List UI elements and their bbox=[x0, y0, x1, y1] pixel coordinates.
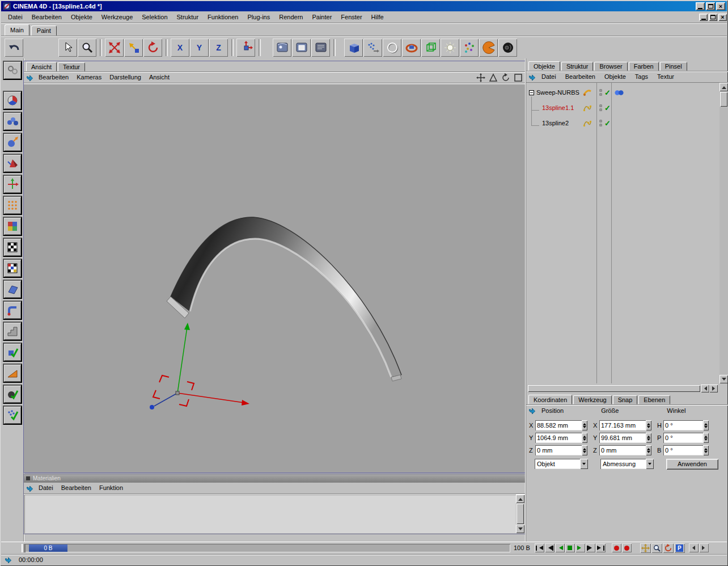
viewport-rotate-button[interactable] bbox=[501, 73, 510, 82]
object-tree[interactable]: Sweep-NURBS ✓ 13spline1.1 ✓ 13spline2 bbox=[526, 83, 728, 383]
scroll-up-button[interactable] bbox=[719, 83, 728, 91]
menu-plugins[interactable]: Plug-ins bbox=[243, 11, 274, 23]
tab-paint[interactable]: Paint bbox=[31, 26, 57, 36]
spinner[interactable] bbox=[703, 433, 709, 443]
dropdown-button[interactable] bbox=[646, 459, 654, 469]
steps-tool[interactable] bbox=[3, 322, 22, 341]
lock-x-axis-button[interactable]: X bbox=[171, 39, 189, 57]
panel-arrow-icon[interactable] bbox=[5, 556, 12, 563]
object-mode-select[interactable]: Objekt bbox=[535, 459, 588, 469]
tab-textur[interactable]: Textur bbox=[58, 62, 85, 71]
enable-check[interactable]: ✓ bbox=[604, 120, 611, 127]
checkerboard-color-tool[interactable] bbox=[3, 259, 22, 278]
spinner[interactable] bbox=[582, 445, 587, 455]
om-menu-objekte[interactable]: Objekte bbox=[600, 71, 630, 82]
panel-arrow-icon[interactable] bbox=[528, 407, 536, 414]
enable-check[interactable]: ✓ bbox=[604, 104, 611, 112]
color-grid-tool[interactable] bbox=[3, 217, 22, 236]
add-nurbs-button[interactable] bbox=[402, 39, 421, 57]
viewport-canvas[interactable] bbox=[24, 85, 525, 472]
menu-objekte[interactable]: Objekte bbox=[66, 11, 97, 23]
menu-werkzeuge[interactable]: Werkzeuge bbox=[97, 11, 137, 23]
om-menu-bearbeiten[interactable]: Bearbeiten bbox=[561, 71, 600, 82]
timeline-current-frame[interactable]: 0 B bbox=[29, 544, 67, 552]
scale-tool-button[interactable] bbox=[124, 39, 143, 57]
title-bar[interactable]: CINEMA 4D - [13spline1.c4d *] × bbox=[1, 1, 727, 11]
sweep-nurbs-icon[interactable] bbox=[582, 88, 592, 97]
tab-main[interactable]: Main bbox=[5, 24, 29, 36]
scrollbar-track[interactable] bbox=[719, 107, 728, 375]
tab-struktur[interactable]: Struktur bbox=[561, 62, 594, 71]
size-x-field[interactable]: 177.163 mm bbox=[599, 420, 646, 430]
position-x-stepper[interactable]: 88.582 mm bbox=[535, 420, 587, 430]
wedge-tool[interactable] bbox=[3, 364, 22, 383]
maximize-button[interactable] bbox=[706, 2, 715, 10]
menu-datei[interactable]: Datei bbox=[3, 11, 27, 23]
tab-browser[interactable]: Browser bbox=[594, 62, 627, 71]
scroll-down-button[interactable] bbox=[516, 525, 524, 533]
size-y-stepper[interactable]: 99.681 mm bbox=[599, 433, 651, 443]
menu-painter[interactable]: Painter bbox=[307, 11, 336, 23]
parent-view-button[interactable]: P bbox=[674, 543, 685, 553]
camera-rings-tool[interactable] bbox=[3, 61, 22, 80]
visibility-dots[interactable] bbox=[599, 89, 602, 96]
tab-ebenen[interactable]: Ebenen bbox=[638, 395, 670, 404]
angle-b-field[interactable]: 0 ° bbox=[663, 445, 703, 455]
viewport-menu-darstellung[interactable]: Darstellung bbox=[105, 72, 145, 83]
record-button[interactable] bbox=[612, 543, 621, 552]
panel-arrow-icon[interactable] bbox=[528, 74, 536, 81]
render-picture-viewer-button[interactable] bbox=[292, 39, 311, 57]
scroll-left-button[interactable] bbox=[701, 385, 709, 392]
scroll-up-button[interactable] bbox=[516, 495, 524, 503]
spinner[interactable] bbox=[582, 433, 587, 443]
angle-p-field[interactable]: 0 ° bbox=[663, 433, 703, 443]
autokey-button[interactable] bbox=[622, 543, 632, 552]
spline-icon[interactable] bbox=[582, 119, 592, 128]
angle-h-stepper[interactable]: 0 ° bbox=[663, 420, 709, 430]
color-wheel-tool[interactable] bbox=[3, 91, 22, 110]
spinner[interactable] bbox=[703, 445, 709, 455]
scrollbar-thumb[interactable] bbox=[528, 385, 700, 392]
pyramid-tool[interactable] bbox=[3, 154, 22, 173]
document-restore-button[interactable] bbox=[709, 14, 717, 21]
add-spline-button[interactable] bbox=[383, 39, 401, 57]
add-cube-button[interactable] bbox=[344, 39, 363, 57]
tree-row-13spline2[interactable]: 13spline2 ✓ bbox=[526, 116, 728, 130]
viewport-pan-button[interactable] bbox=[476, 73, 485, 82]
phong-tag-icon[interactable] bbox=[614, 89, 624, 96]
om-menu-textur[interactable]: Textur bbox=[653, 71, 679, 82]
coordinate-system-button[interactable] bbox=[236, 39, 255, 57]
add-light-button[interactable] bbox=[441, 39, 459, 57]
play-button[interactable] bbox=[575, 543, 585, 552]
tree-row-13spline1-1[interactable]: 13spline1.1 ✓ bbox=[526, 101, 728, 115]
particles-check-tool[interactable] bbox=[3, 406, 22, 425]
add-modeling-object-button[interactable] bbox=[421, 39, 440, 57]
menu-struktur[interactable]: Struktur bbox=[172, 11, 204, 23]
spinner[interactable] bbox=[646, 420, 651, 430]
collapse-icon[interactable] bbox=[529, 90, 534, 95]
position-x-field[interactable]: 88.582 mm bbox=[535, 420, 582, 430]
menu-funktionen[interactable]: Funktionen bbox=[203, 11, 243, 23]
spheres-tool[interactable] bbox=[3, 112, 22, 131]
undo-button[interactable] bbox=[5, 39, 23, 57]
size-z-field[interactable]: 0 mm bbox=[599, 445, 646, 455]
minimize-button[interactable] bbox=[696, 2, 705, 10]
menu-fenster[interactable]: Fenster bbox=[336, 11, 366, 23]
render-view-button[interactable] bbox=[273, 39, 291, 57]
menu-hilfe[interactable]: Hilfe bbox=[367, 11, 388, 23]
timeline-scroll-left-button[interactable] bbox=[689, 543, 699, 552]
sphere-arrow-tool[interactable] bbox=[3, 133, 22, 152]
tab-pinsel[interactable]: Pinsel bbox=[660, 62, 687, 71]
visibility-dots[interactable] bbox=[599, 104, 602, 111]
position-y-stepper[interactable]: 1064.9 mm bbox=[535, 433, 587, 443]
dot-grid-tool[interactable] bbox=[3, 196, 22, 215]
axis-tool[interactable] bbox=[3, 175, 22, 194]
checkerboard-tool[interactable] bbox=[3, 238, 22, 257]
angle-b-stepper[interactable]: 0 ° bbox=[663, 445, 709, 455]
camera-rotate-button[interactable] bbox=[663, 543, 674, 553]
visibility-dots[interactable] bbox=[599, 120, 602, 126]
close-button[interactable]: × bbox=[716, 2, 725, 10]
next-frame-button[interactable] bbox=[586, 543, 595, 552]
tab-ansicht[interactable]: Ansicht bbox=[26, 62, 57, 71]
measure-mode-select[interactable]: Abmessung bbox=[600, 459, 654, 469]
